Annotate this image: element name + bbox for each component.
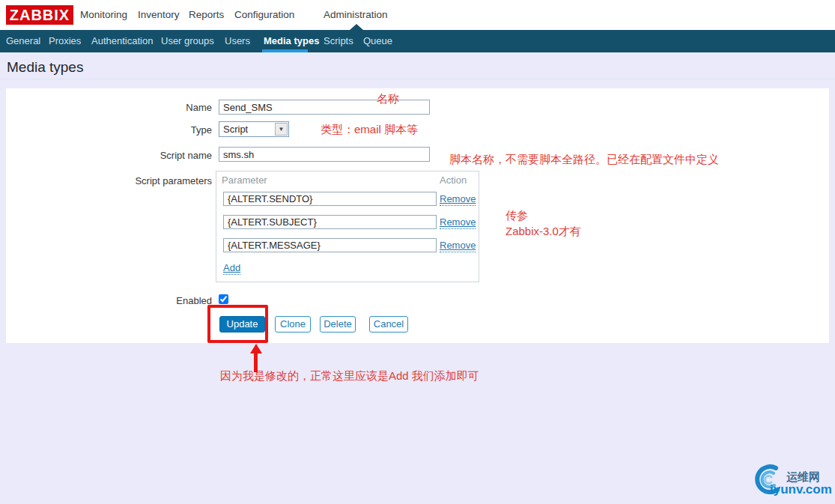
- subnav-scripts[interactable]: Scripts: [324, 30, 353, 52]
- subnav-queue[interactable]: Queue: [363, 30, 392, 52]
- annotation-params-line1: 传参: [505, 209, 528, 223]
- menu-configuration[interactable]: Configuration: [234, 0, 294, 30]
- add-parameter-link[interactable]: Add: [223, 262, 240, 275]
- subnav-users[interactable]: Users: [225, 30, 250, 52]
- type-select-button[interactable]: ▼: [275, 123, 288, 136]
- annotation-script-name: 脚本名称，不需要脚本全路径。已经在配置文件中定义: [449, 153, 719, 167]
- type-select-value: Script: [223, 122, 248, 136]
- red-arrow-shaft: [254, 353, 258, 372]
- parameter-input[interactable]: [223, 192, 437, 206]
- name-label: Name: [60, 102, 212, 113]
- enabled-checkbox[interactable]: [219, 294, 228, 304]
- chevron-down-icon: ▼: [276, 124, 287, 135]
- parameter-column-header: Parameter: [222, 174, 267, 186]
- parameter-input[interactable]: [223, 238, 437, 252]
- title-divider: [0, 79, 835, 79]
- annotation-name: 名称: [377, 92, 399, 106]
- menu-monitoring[interactable]: Monitoring: [80, 0, 127, 30]
- admin-subnav: General Proxies Authentication User grou…: [0, 30, 835, 52]
- remove-parameter-link[interactable]: Remove: [440, 240, 476, 252]
- script-parameters-label: Script parameters: [60, 175, 212, 186]
- subnav-general[interactable]: General: [6, 30, 40, 52]
- annotation-params-line2: Zabbix-3.0才有: [505, 225, 581, 239]
- script-name-label: Script name: [60, 150, 212, 161]
- parameter-input[interactable]: [223, 215, 437, 229]
- clone-button[interactable]: Clone: [275, 316, 311, 333]
- type-select[interactable]: Script ▼: [219, 121, 289, 137]
- active-menu-notch: [350, 24, 363, 30]
- cancel-button[interactable]: Cancel: [369, 316, 408, 333]
- annotation-type: 类型：email 脚本等: [321, 123, 418, 137]
- annotation-update-button: 因为我是修改的，正常这里应该是Add 我们添加即可: [220, 369, 479, 383]
- top-header: ZABBIX Monitoring Inventory Reports Conf…: [0, 0, 835, 30]
- type-label: Type: [60, 124, 212, 136]
- menu-reports[interactable]: Reports: [189, 0, 224, 30]
- zabbix-media-types-page: ZABBIX Monitoring Inventory Reports Conf…: [0, 0, 835, 504]
- watermark-site-url: iyunv.com: [770, 482, 832, 497]
- menu-inventory[interactable]: Inventory: [138, 0, 180, 30]
- zabbix-logo[interactable]: ZABBIX: [6, 5, 73, 25]
- page-title: Media types: [7, 59, 83, 76]
- remove-parameter-link[interactable]: Remove: [440, 216, 476, 229]
- subnav-authentication[interactable]: Authentication: [91, 30, 153, 52]
- action-column-header: Action: [440, 174, 467, 186]
- subnav-user-groups[interactable]: User groups: [161, 30, 214, 52]
- remove-parameter-link[interactable]: Remove: [440, 193, 476, 206]
- update-highlight-rectangle: [207, 305, 268, 343]
- iyunv-watermark: 运维网 iyunv.com: [749, 463, 833, 500]
- script-name-input[interactable]: [219, 147, 430, 162]
- enabled-label: Enabled: [60, 295, 212, 306]
- delete-button[interactable]: Delete: [320, 316, 356, 333]
- subnav-proxies[interactable]: Proxies: [49, 30, 81, 52]
- active-tab-underline: [262, 49, 308, 52]
